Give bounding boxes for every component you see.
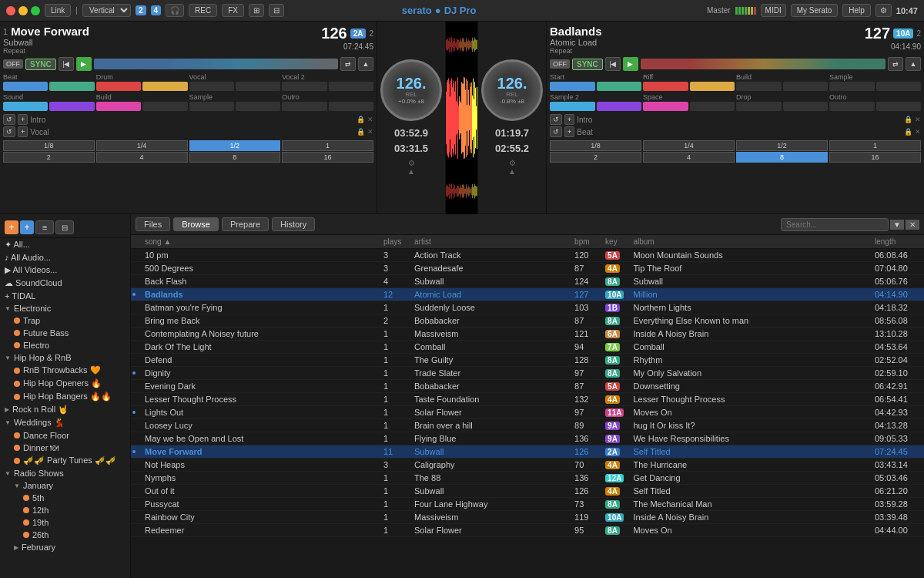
table-row-14[interactable]: May we be Open and Lost1Flying Blue1369A…	[131, 432, 924, 445]
add-folder-button[interactable]: +	[20, 220, 34, 234]
table-row-2[interactable]: Back Flash4Subwall1248ASubwall05:06.76	[131, 275, 924, 288]
sidebar-item-20[interactable]: 5th	[0, 492, 130, 504]
table-row-18[interactable]: Out of it1Subwall1264ASelf Titled06:21.2…	[131, 485, 924, 498]
deck-2-hc-1[interactable]	[550, 82, 595, 91]
deck-1-loop-1-8[interactable]: 1/8	[3, 140, 95, 151]
search-input[interactable]	[781, 218, 889, 231]
th-bpm[interactable]: bpm	[570, 235, 601, 249]
deck-2-hotcues-row1[interactable]	[550, 82, 921, 91]
layout-select[interactable]: Vertical	[82, 4, 131, 17]
deck-1-hc-4[interactable]	[142, 82, 187, 91]
myserato-button[interactable]: My Serato	[791, 4, 839, 17]
deck-2-loop-8[interactable]: 8	[736, 152, 828, 163]
sidebar-item-5[interactable]: ▼Electronic	[0, 302, 130, 314]
deck-2-hc-3[interactable]	[643, 82, 688, 91]
help-button[interactable]: Help	[842, 4, 871, 17]
midi-button[interactable]: MIDI	[761, 4, 786, 17]
search-dropdown-btn[interactable]: ▼	[890, 220, 904, 230]
deck-1-hc-10[interactable]	[49, 102, 94, 111]
link-button[interactable]: Link	[45, 4, 71, 17]
deck-1-hotcues-row2[interactable]	[3, 102, 373, 111]
deck-2-loop-16[interactable]: 16	[829, 152, 921, 163]
tab-history[interactable]: History	[272, 217, 315, 231]
deck-2-hc-12[interactable]	[690, 102, 735, 111]
table-row-16[interactable]: Not Heaps3Caligraphy704AThe Hurricane03:…	[131, 459, 924, 472]
table-row-13[interactable]: Loosey Lucy1Brain over a hill899Ahug It …	[131, 419, 924, 432]
deck-1-prev-btn[interactable]: |◀	[59, 57, 74, 71]
deck-2-loop-btn[interactable]: ⇄	[888, 57, 903, 71]
deck-1-loop-btn[interactable]: ⇄	[340, 57, 356, 71]
deck-1-loop-1[interactable]: 1	[282, 140, 373, 151]
deck-1-hc-3[interactable]	[96, 82, 141, 91]
deck-1-up-btn[interactable]: ▲	[358, 57, 373, 71]
deck-2-hc-13[interactable]	[736, 102, 782, 111]
table-row-5[interactable]: Bring me Back2Bobabacker878AEverything E…	[131, 314, 924, 328]
deck-2-hc-4[interactable]	[690, 82, 735, 91]
sidebar-item-16[interactable]: Dinner 🍽	[0, 442, 130, 454]
deck-2-cue-reload[interactable]: ↺	[550, 114, 562, 125]
tab-browse[interactable]: Browse	[173, 217, 219, 231]
table-row-6[interactable]: Contemplating A Noisey future1Massiveism…	[131, 328, 924, 341]
th-album[interactable]: album	[628, 235, 870, 249]
deck-1-hc-11[interactable]	[96, 102, 141, 111]
list-view-button[interactable]: ≡	[35, 220, 54, 234]
deck-2-off-btn[interactable]: OFF	[550, 59, 570, 69]
sidebar-item-21[interactable]: 12th	[0, 504, 130, 516]
deck-1-loop-8[interactable]: 8	[189, 152, 281, 163]
sidebar-item-4[interactable]: + TIDAL	[0, 290, 130, 302]
grid-icon[interactable]: ⊟	[269, 4, 284, 17]
deck-2-loop-1[interactable]: 1	[829, 140, 921, 151]
th-length[interactable]: length	[870, 235, 924, 249]
deck-1-hc-9[interactable]	[3, 102, 48, 111]
deck-1-sync-btn[interactable]: SYNC	[25, 59, 56, 70]
deck-2-loop-1-2[interactable]: 1/2	[736, 140, 828, 151]
deck-2-play-btn[interactable]: ▶	[623, 57, 638, 71]
deck-2-hotcues-row2[interactable]	[550, 102, 921, 111]
deck-2-up-icon[interactable]: ▲	[508, 167, 516, 176]
th-artist[interactable]: artist	[410, 235, 570, 249]
deck-1-cue-add[interactable]: +	[18, 114, 28, 125]
tab-files[interactable]: Files	[136, 217, 170, 231]
headphone-icon[interactable]: 🎧	[166, 4, 184, 17]
deck-1-loop-1-2[interactable]: 1/2	[189, 140, 281, 151]
sidebar-item-19[interactable]: ▼January	[0, 479, 130, 492]
deck-1-hc-5[interactable]	[189, 82, 234, 91]
deck-2-settings-icon[interactable]: ⚙	[509, 159, 516, 167]
maximize-button[interactable]	[31, 6, 40, 15]
deck-1-up-icon[interactable]: ▲	[407, 167, 415, 176]
deck-1-hc-12[interactable]	[142, 102, 187, 111]
sidebar-item-2[interactable]: ▶ All Videos...	[0, 264, 130, 277]
th-song[interactable]: song ▲	[140, 235, 379, 249]
sidebar-item-9[interactable]: ▼Hip Hop & RnB	[0, 351, 130, 364]
close-button[interactable]	[6, 6, 15, 15]
sidebar-item-11[interactable]: Hip Hop Openers 🔥	[0, 377, 130, 390]
deck-2-hc-10[interactable]	[597, 102, 642, 111]
deck-2-hc-15[interactable]	[829, 102, 875, 111]
sidebar-item-12[interactable]: Hip Hop Bangers 🔥🔥	[0, 390, 130, 403]
th-plays[interactable]: plays	[379, 235, 410, 249]
table-row-1[interactable]: 500 Degrees3Grenadesafe874ATip The Roof0…	[131, 262, 924, 275]
sidebar-item-6[interactable]: Trap	[0, 314, 130, 327]
sidebar-item-15[interactable]: Dance Floor	[0, 429, 130, 442]
deck-2-cue2-close[interactable]: ✕	[915, 128, 921, 136]
deck-2-hc-2[interactable]	[597, 82, 642, 91]
deck-1-cue1-lock[interactable]: 🔒	[357, 116, 365, 123]
deck-2-hc-11[interactable]	[643, 102, 688, 111]
deck-2-hc-7[interactable]	[829, 82, 875, 91]
deck-2-hc-5[interactable]	[736, 82, 782, 91]
sidebar-item-1[interactable]: ♪ All Audio...	[0, 251, 130, 264]
deck-1-settings-icon[interactable]: ⚙	[408, 159, 415, 167]
table-row-20[interactable]: Rainbow City1Massiveism11910AInside A No…	[131, 511, 924, 524]
table-row-7[interactable]: Dark Of The Light1Comball947AComball04:5…	[131, 341, 924, 354]
table-row-4[interactable]: Batman you're Fying1Suddenly Loose1031BN…	[131, 301, 924, 314]
sidebar-item-18[interactable]: ▼Radio Shows	[0, 467, 130, 479]
deck-1-cue2-reload[interactable]: ↺	[3, 126, 15, 137]
table-row-19[interactable]: Pussycat1Four Lane Highway738AThe Mechan…	[131, 498, 924, 511]
deck-2-cue2-reload[interactable]: ↺	[550, 126, 562, 137]
deck-1-off-btn[interactable]: OFF	[3, 59, 23, 69]
sidebar-item-0[interactable]: ✦ All...	[0, 238, 130, 251]
deck-2-cue1-close[interactable]: ✕	[915, 116, 921, 123]
deck-1-hc-15[interactable]	[282, 102, 326, 111]
deck-1-cue2-add[interactable]: +	[18, 126, 28, 137]
rec-button[interactable]: REC	[189, 4, 217, 17]
